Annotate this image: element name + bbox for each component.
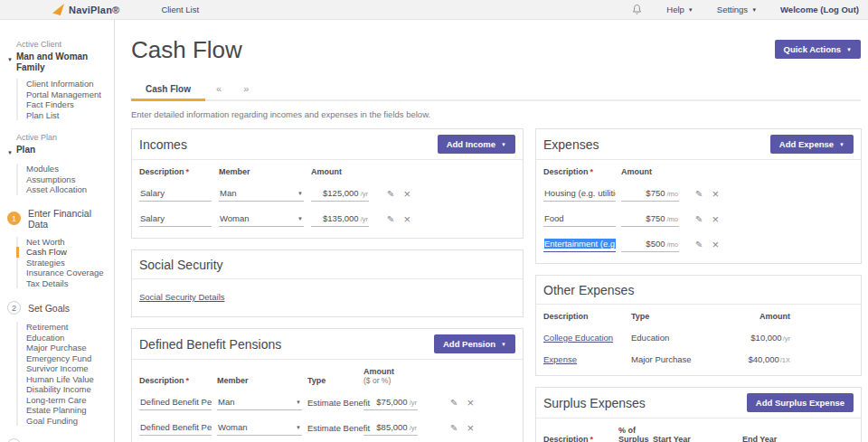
sidebar-item-assumptions[interactable]: Assumptions [16, 174, 114, 185]
step-set-goals[interactable]: 2 Set Goals [7, 301, 114, 315]
delete-x-icon[interactable]: × [403, 189, 410, 200]
incomes-card: Incomes Add Income ▼ Description* Member… [131, 128, 524, 239]
sidebar-item-plan-list[interactable]: Plan List [16, 110, 114, 121]
other-expense-type-value: Major Purchase [631, 354, 707, 364]
expense-amount-field[interactable]: $750 /mo [621, 186, 679, 202]
incomes-title: Incomes [139, 137, 187, 152]
pensions-title: Defined Benefit Pensions [139, 337, 281, 352]
plan-toggle[interactable]: ▼ Plan [7, 145, 114, 158]
client-list-menu[interactable]: Client List [161, 5, 199, 14]
pension-member-select[interactable]: Man ▼ [217, 395, 302, 410]
surplus-header-pct: % of Surplus [618, 426, 648, 442]
edit-pencil-icon[interactable]: ✎ [695, 214, 703, 225]
settings-menu[interactable]: Settings ▼ [717, 5, 757, 14]
sidebar-item-estate-planning[interactable]: Estate Planning [16, 405, 114, 416]
edit-pencil-icon[interactable]: ✎ [387, 214, 394, 225]
sidebar-item-insurance-coverage[interactable]: Insurance Coverage [16, 268, 114, 278]
delete-x-icon[interactable]: × [467, 398, 474, 409]
page-title: Cash Flow [131, 36, 861, 64]
sidebar-item-emergency-fund[interactable]: Emergency Fund [16, 353, 114, 364]
navi-plan-logo[interactable]: NaviPlan® [52, 4, 119, 15]
other-expense-description-link[interactable]: College Education [543, 333, 613, 343]
pension-row: Defined Benefit Pension Man ▼ Estimate B… [139, 395, 515, 410]
pension-member-select[interactable]: Woman ▼ [217, 420, 302, 436]
add-pension-button[interactable]: Add Pension ▼ [434, 334, 515, 353]
add-income-button[interactable]: Add Income ▼ [438, 135, 515, 154]
top-navbar: NaviPlan® Client List Help ▼ Settings ▼ … [0, 0, 868, 20]
chevron-down-icon: ▼ [296, 425, 301, 430]
tabs-next-icon[interactable]: » [232, 79, 259, 99]
sidebar-item-client-information[interactable]: Client Information [16, 79, 114, 89]
delete-x-icon[interactable]: × [403, 214, 410, 225]
sidebar-item-fact-finders[interactable]: Fact Finders [16, 99, 114, 110]
other-expense-amount-value: $40,000 /1X [707, 354, 790, 364]
sidebar-item-major-purchase[interactable]: Major Purchase [16, 343, 114, 353]
sidebar-item-modules[interactable]: Modules [16, 164, 114, 174]
tab-cash-flow[interactable]: Cash Flow [131, 80, 205, 99]
sidebar-item-strategies[interactable]: Strategies [16, 258, 114, 268]
expense-amount-field[interactable]: $750 /mo [621, 212, 679, 227]
quick-actions-button[interactable]: Quick Actions ▼ [775, 40, 861, 59]
sidebar-item-education[interactable]: Education [16, 333, 114, 343]
income-amount-field[interactable]: $135,000 /yr [311, 212, 369, 227]
pensions-card: Defined Benefit Pensions Add Pension ▼ D… [131, 328, 524, 442]
social-security-details-link[interactable]: Social Security Details [139, 292, 225, 302]
sidebar-item-long-term-care[interactable]: Long-term Care [16, 395, 114, 406]
add-surplus-expense-button[interactable]: Add Surplus Expense [747, 393, 854, 412]
add-expense-button[interactable]: Add Expense ▼ [770, 135, 854, 154]
edit-pencil-icon[interactable]: ✎ [450, 423, 458, 434]
income-description-field[interactable]: Salary [139, 212, 212, 227]
help-menu[interactable]: Help ▼ [666, 5, 693, 14]
notification-bell-icon[interactable] [631, 4, 643, 16]
expense-description-field[interactable]: Housing (e.g. utilities, rep [543, 186, 616, 202]
tabs-prev-icon[interactable]: « [205, 79, 232, 99]
step-enter-financial-data[interactable]: 1 Enter Financial Data [7, 208, 114, 230]
expense-description-field[interactable]: Entertainment (e.g. resta [543, 237, 616, 252]
sidebar-item-asset-allocation[interactable]: Asset Allocation [16, 184, 114, 195]
pension-description-field[interactable]: Defined Benefit Pension [139, 395, 212, 410]
sidebar-item-survivor-income[interactable]: Survivor Income [16, 363, 114, 374]
delete-x-icon[interactable]: × [712, 189, 719, 200]
sidebar-item-portal-management[interactable]: Portal Management [16, 89, 114, 100]
caret-down-icon: ▼ [7, 147, 13, 158]
income-member-select[interactable]: Man ▼ [219, 186, 304, 202]
pension-description-field[interactable]: Defined Benefit Pension [139, 420, 212, 436]
edit-pencil-icon[interactable]: ✎ [695, 240, 703, 250]
sidebar-item-retirement[interactable]: Retirement [16, 322, 114, 333]
edit-pencil-icon[interactable]: ✎ [387, 189, 394, 200]
client-name-toggle[interactable]: ▼ Man and Woman Family [7, 52, 114, 73]
other-expenses-header-description: Description [543, 312, 631, 321]
income-member-select[interactable]: Woman ▼ [219, 212, 304, 227]
income-description-field[interactable]: Salary [139, 186, 212, 202]
chevron-down-icon: ▼ [846, 47, 852, 52]
edit-pencil-icon[interactable]: ✎ [695, 189, 703, 200]
other-expense-description-link[interactable]: Expense [543, 354, 577, 364]
expense-amount-field[interactable]: $500 /mo [621, 237, 679, 252]
chevron-down-icon: ▼ [296, 400, 301, 405]
delete-x-icon[interactable]: × [467, 423, 474, 434]
pension-amount-field[interactable]: $75,000 /yr [363, 395, 418, 410]
edit-pencil-icon[interactable]: ✎ [450, 398, 458, 409]
delete-x-icon[interactable]: × [712, 240, 719, 250]
tab-bar: Cash Flow « » [131, 79, 861, 101]
logout-link[interactable]: (Log Out) [820, 5, 859, 14]
sidebar-item-disability-income[interactable]: Disability Income [16, 384, 114, 395]
other-expenses-title: Other Expenses [543, 283, 634, 297]
logo-triangle-icon [52, 4, 64, 15]
welcome-label: Welcome [780, 5, 818, 14]
sidebar-item-cash-flow[interactable]: Cash Flow [16, 247, 114, 258]
incomes-header-amount: Amount [311, 167, 369, 176]
step-results[interactable]: 3 Results [7, 438, 114, 442]
sidebar-item-tax-details[interactable]: Tax Details [16, 278, 114, 289]
chevron-down-icon: ▼ [751, 7, 757, 13]
expense-description-field[interactable]: Food [543, 212, 616, 227]
sidebar-item-net-worth[interactable]: Net Worth [16, 237, 114, 248]
sidebar-item-human-life-value[interactable]: Human Life Value [16, 374, 114, 385]
chevron-down-icon: ▼ [297, 216, 303, 221]
income-amount-field[interactable]: $125,000 /yr [311, 186, 369, 202]
expense-row: Food $750 /mo ✎ × [543, 212, 854, 227]
pensions-header-amount: Amount ($ or %) [363, 367, 418, 385]
pension-amount-field[interactable]: $85,000 /yr [363, 420, 418, 436]
delete-x-icon[interactable]: × [712, 214, 719, 225]
sidebar-item-goal-funding[interactable]: Goal Funding [16, 416, 114, 427]
